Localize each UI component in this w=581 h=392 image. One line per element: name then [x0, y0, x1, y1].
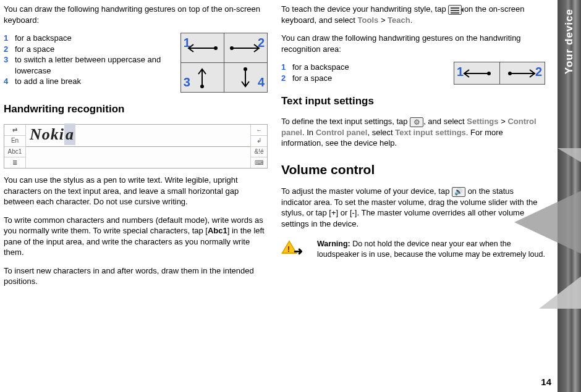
gesture-cell-1: 1 [180, 33, 224, 63]
list-item: 3to switch a letter between uppercase an… [4, 54, 177, 76]
content-area: You can draw the following handwriting g… [0, 0, 558, 392]
speaker-icon [452, 187, 465, 197]
gesture-cell-2: 2 [499, 62, 545, 85]
volume-control-heading: Volume control [281, 161, 545, 178]
linebreak-gesture-icon [236, 67, 255, 89]
hw-abc1-button: Abc1 [4, 147, 25, 158]
hw-mode-toggle-icon: ⇄ [4, 125, 25, 136]
list-item: 2for a space [4, 44, 177, 55]
hw-line-top: Nokia [26, 125, 250, 147]
list-item: 1for a backspace [4, 33, 177, 44]
gesture-cell-1: 1 [454, 62, 500, 85]
hw-right-pane: ← ↲ &!é ⌨ [251, 125, 267, 168]
text-input-settings-heading: Text input settings [281, 94, 545, 109]
keyboard-menu-icon [448, 5, 462, 15]
gesture-figure-2x2: 1 2 3 4 [180, 33, 268, 93]
space-gesture-icon [506, 68, 538, 79]
list-item: 2for a space [281, 73, 450, 84]
hw-left-pane: ⇄ En Abc1 ≣ [4, 125, 25, 168]
backspace-gesture-icon [460, 68, 493, 79]
svg-point-7 [244, 67, 247, 71]
gesture-list-2: 1for a backspace 2for a space [281, 62, 450, 83]
page: You can draw the following handwriting g… [0, 0, 581, 392]
paragraph: You can draw the following handwriting g… [281, 33, 545, 54]
hw-backspace-icon: ← [251, 125, 267, 136]
handwriting-recognition-heading: Handwriting recognition [4, 102, 268, 117]
paragraph-teach: To teach the device your handwriting sty… [281, 4, 545, 25]
hw-keyboard-icon: ≣ [4, 157, 25, 168]
svg-point-11 [508, 72, 512, 75]
case-switch-gesture-icon [193, 67, 211, 89]
paragraph: To insert new characters in and after wo… [4, 265, 268, 287]
svg-point-1 [214, 46, 218, 50]
paragraph-settings-path: To define the text input settings, tap ,… [281, 116, 545, 149]
svg-point-3 [230, 46, 234, 50]
gesture-cell-2: 2 [224, 33, 267, 63]
warning-icon: ! [281, 239, 311, 256]
hw-special-chars-button: &!é [251, 147, 267, 158]
paragraph: You can use the stylus as a pen to write… [4, 175, 268, 207]
list-item: 4to add a line break [4, 76, 177, 87]
handwriting-input-figure: ⇄ En Abc1 ≣ Nokia ← ↲ &!é ⌨ [4, 124, 268, 169]
section-tab: Your device [558, 0, 581, 392]
hw-lang-button: En [4, 136, 25, 147]
list-item: 1for a backspace [281, 62, 450, 73]
paragraph: To write common characters and numbers (… [4, 215, 268, 258]
svg-point-5 [200, 85, 204, 88]
hw-enter-icon: ↲ [251, 136, 267, 147]
intro-paragraph: You can draw the following handwriting g… [4, 4, 268, 25]
svg-point-9 [487, 72, 491, 75]
right-column: To teach the device your handwriting sty… [281, 4, 545, 387]
warning-text: Warning: Do not hold the device near you… [317, 239, 545, 260]
paragraph-volume: To adjust the master volume of your devi… [281, 186, 545, 229]
svg-marker-12 [558, 148, 581, 185]
gesture-cell-3: 3 [180, 63, 224, 93]
warning-block: ! Warning: Do not hold the device near y… [281, 239, 545, 260]
gesture-cell-4: 4 [224, 63, 267, 93]
gesture-list-4: 1for a backspace 2for a space 3to switch… [4, 33, 177, 87]
gesture-row-with-figure: 1for a backspace 2for a space 3to switch… [4, 33, 268, 93]
gear-icon [410, 117, 423, 127]
page-number: 14 [541, 376, 551, 388]
handwritten-sample-word: Nokia [30, 123, 75, 145]
hw-line-bottom [26, 147, 250, 169]
gesture-row-with-figure-2: 1for a backspace 2for a space 1 2 [281, 62, 545, 85]
hw-close-icon: ⌨ [251, 157, 267, 168]
left-column: You can draw the following handwriting g… [4, 4, 268, 387]
hw-writing-area: Nokia [25, 125, 251, 168]
section-tab-label: Your device [562, 9, 577, 74]
gesture-figure-1x2: 1 2 [454, 62, 545, 85]
